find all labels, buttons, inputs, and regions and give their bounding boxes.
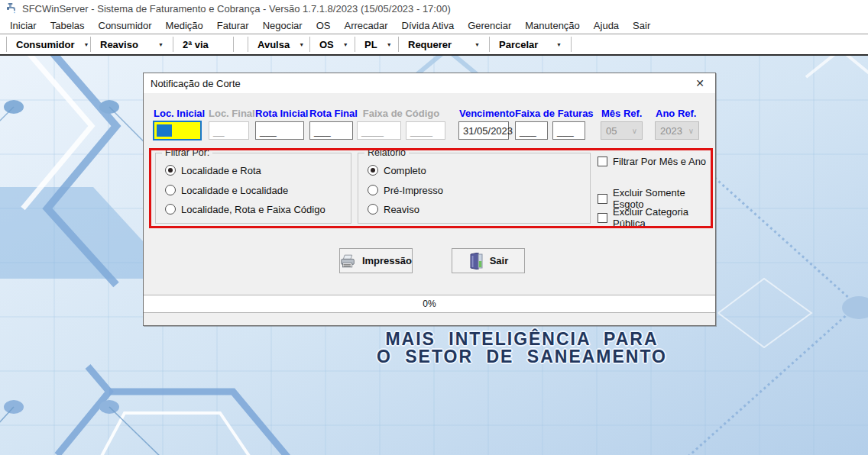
checkbox-icon[interactable]	[598, 213, 607, 223]
toolbar-button-label: Reaviso	[100, 39, 138, 50]
mes-ref-label: Mês Ref.	[601, 108, 642, 119]
rota-final-input[interactable]: ___	[309, 121, 353, 140]
faixa-faturas-input-1[interactable]: ___	[515, 121, 548, 140]
rota-inicial-label: Rota Inicial	[255, 108, 308, 119]
toolbar-button-requerer[interactable]: Requerer ▼	[399, 34, 489, 54]
toolbar-button-label: Avulsa	[257, 39, 290, 50]
close-icon[interactable]: ✕	[691, 74, 709, 92]
selection-highlight	[157, 124, 172, 137]
faucet-app-icon	[5, 2, 18, 15]
checkbox-label: Filtrar Por Mês e Ano	[613, 156, 706, 167]
ano-ref-label: Ano Ref.	[656, 108, 696, 119]
menu-item-ajuda[interactable]: Ajuda	[587, 18, 626, 33]
faixa-faturas-input-2[interactable]: ___	[552, 121, 585, 140]
radio-label: Localidade, Rota e Faixa Código	[181, 204, 326, 215]
mes-ref-value: 05	[606, 125, 617, 137]
menu-bar: Iniciar Tabelas Consumidor Medição Fatur…	[0, 17, 868, 34]
radio-label: Localidade e Localidade	[181, 185, 288, 196]
radio-reaviso[interactable]: Reaviso	[368, 203, 419, 215]
checkbox-icon[interactable]	[598, 157, 607, 166]
radio-label: Completo	[384, 165, 426, 176]
faixa-codigo-label: Faixa de Código	[357, 108, 445, 119]
toolbar-button-label: OS	[319, 39, 334, 50]
dropdown-arrow-icon: ▼	[343, 42, 348, 47]
radio-localidade-e-localidade[interactable]: Localidade e Localidade	[165, 184, 288, 196]
menu-item-negociar[interactable]: Negociar	[256, 18, 309, 33]
impressao-button-label: Impressão	[362, 255, 412, 266]
ano-ref-combobox[interactable]: 2023 ∨	[655, 121, 699, 140]
radio-icon[interactable]	[165, 185, 176, 195]
window-titlebar: SFCWinServer - Sistema de Faturamento e …	[0, 0, 868, 17]
menu-item-medicao[interactable]: Medição	[159, 18, 210, 33]
toolbar-button-label: Consumidor	[16, 39, 75, 50]
checkbox-label: Excluir Categoria Pública	[613, 206, 715, 229]
loc-final-input[interactable]: __	[209, 121, 249, 140]
rota-inicial-input[interactable]: ___	[255, 121, 304, 140]
toolbar-button-parcelar[interactable]: Parcelar ▼	[490, 34, 571, 54]
dropdown-arrow-icon: ▼	[158, 42, 164, 47]
toolbar-button-reaviso[interactable]: Reaviso ▼	[91, 34, 173, 54]
menu-item-gerenciar[interactable]: Gerenciar	[461, 18, 518, 33]
radio-label: Reaviso	[384, 204, 419, 215]
radio-icon[interactable]	[368, 185, 378, 195]
toolbar-button-2a-via[interactable]: 2ª via	[173, 34, 233, 54]
radio-icon[interactable]	[165, 204, 176, 215]
dialog-title: Notificação de Corte	[144, 78, 241, 89]
checkbox-filtrar-por-mes-e-ano[interactable]: Filtrar Por Mês e Ano	[598, 155, 706, 167]
chevron-down-icon: ∨	[688, 127, 694, 135]
menu-item-sair[interactable]: Sair	[626, 18, 657, 33]
radio-localidade-e-rota[interactable]: Localidade e Rota	[165, 164, 261, 176]
menu-item-iniciar[interactable]: Iniciar	[3, 18, 44, 33]
toolbar-separator	[571, 37, 572, 52]
toolbar-button-pl[interactable]: PL ▼	[355, 34, 398, 54]
vencimento-label: Vencimento	[459, 108, 515, 119]
progress-bar: 0%	[144, 295, 715, 313]
radio-pre-impresso[interactable]: Pré-Impresso	[368, 184, 443, 196]
progress-value: 0%	[423, 298, 436, 309]
menu-item-faturar[interactable]: Faturar	[210, 18, 256, 33]
faixa-codigo-input-2[interactable]: ____	[406, 121, 445, 140]
checkbox-icon[interactable]	[598, 194, 607, 204]
faixa-codigo-input-1[interactable]: ____	[357, 121, 401, 140]
menu-item-tabelas[interactable]: Tabelas	[44, 18, 92, 33]
radio-label: Localidade e Rota	[181, 165, 261, 176]
window-title: SFCWinServer - Sistema de Faturamento e …	[22, 3, 451, 15]
loc-inicial-label: Loc. Inicial	[154, 108, 205, 119]
rota-final-label: Rota Final	[309, 108, 358, 119]
impressao-button[interactable]: Impressão	[339, 248, 413, 273]
relatorio-legend: Relatório	[364, 147, 409, 158]
radio-icon[interactable]	[165, 165, 176, 176]
loc-inicial-input[interactable]	[153, 121, 202, 140]
checkbox-excluir-somente-esgoto[interactable]: Excluir Somente Esgoto	[598, 192, 715, 205]
menu-item-os[interactable]: OS	[309, 18, 338, 33]
toolbar-button-consumidor[interactable]: Consumidor ▼	[7, 34, 90, 54]
checkbox-excluir-categoria-publica[interactable]: Excluir Categoria Pública	[598, 211, 715, 224]
radio-icon[interactable]	[368, 165, 378, 176]
loc-final-label: Loc. Final	[209, 108, 255, 119]
dropdown-arrow-icon: ▼	[474, 42, 480, 47]
slogan-line-2: O SETOR DE SANEAMENTO	[336, 347, 708, 365]
exit-door-icon	[468, 253, 484, 269]
toolbar-button-os[interactable]: OS ▼	[310, 34, 355, 54]
dropdown-arrow-icon: ▼	[387, 42, 392, 47]
mes-ref-combobox[interactable]: 05 ∨	[601, 121, 643, 140]
toolbar-button-avulsa[interactable]: Avulsa ▼	[248, 34, 309, 54]
filtrar-por-groupbox: Filtrar Por: Localidade e Rota Localidad…	[155, 153, 351, 224]
menu-item-manutencao[interactable]: Manutenção	[518, 18, 587, 33]
filtrar-por-legend: Filtrar Por:	[162, 147, 212, 158]
vencimento-input[interactable]: 31/05/2023	[458, 121, 509, 140]
radio-localidade-rota-faixa-codigo[interactable]: Localidade, Rota e Faixa Código	[165, 203, 326, 215]
dialog-footer	[144, 313, 715, 325]
dropdown-arrow-icon: ▼	[556, 42, 562, 47]
faixa-faturas-label: Faixa de Faturas	[515, 108, 594, 119]
dropdown-arrow-icon: ▼	[299, 42, 304, 47]
radio-icon[interactable]	[368, 204, 378, 215]
slogan-line-1: MAIS INTELIGÊNCIA PARA	[336, 330, 708, 347]
notificacao-de-corte-dialog: Notificação de Corte ✕ Loc. Inicial Loc.…	[143, 73, 716, 326]
sair-button[interactable]: Sair	[452, 248, 525, 273]
radio-completo[interactable]: Completo	[368, 164, 426, 176]
menu-item-divida-ativa[interactable]: Dívida Ativa	[395, 18, 462, 33]
relatorio-groupbox: Relatório Completo Pré-Impresso Reaviso	[358, 153, 591, 224]
menu-item-consumidor[interactable]: Consumidor	[92, 18, 159, 33]
menu-item-arrecadar[interactable]: Arrecadar	[337, 18, 394, 33]
